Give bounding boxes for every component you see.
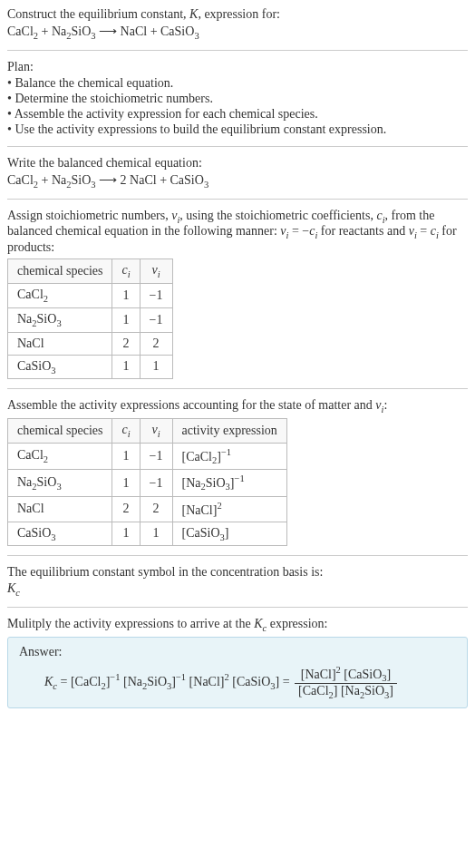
arrow: ⟶ <box>96 24 121 38</box>
kc-k: K <box>254 617 262 630</box>
cell-species: CaCl2 <box>8 283 112 307</box>
table-row: Na2SiO3 1 −1 <box>8 307 173 332</box>
plan-section: Plan: • Balance the chemical equation. •… <box>7 60 468 137</box>
kc-k: K <box>7 581 15 595</box>
cell-nu: −1 <box>140 443 172 469</box>
species-nacl: NaCl <box>130 173 157 187</box>
table-header-row: chemical species ci νi <box>8 259 173 284</box>
table-row: CaSiO3 1 1 [CaSiO3] <box>8 522 287 546</box>
cell-species: CaCl2 <box>8 443 112 469</box>
cell-activity: [CaCl2]−1 <box>172 443 286 469</box>
activity-text: Assemble the activity expressions accoun… <box>7 398 468 414</box>
species-na2sio3-b: SiO <box>72 24 92 38</box>
divider <box>7 607 468 608</box>
eqconst-text: The equilibrium constant symbol in the c… <box>7 565 468 580</box>
col-nu: νi <box>140 419 172 444</box>
cell-activity: [CaSiO3] <box>172 522 286 546</box>
answer-expression: Kc = [CaCl2]−1 [Na2SiO3]−1 [NaCl]2 [CaSi… <box>19 665 456 700</box>
plan-item: • Determine the stoichiometric numbers. <box>7 92 468 106</box>
eq2: = <box>279 675 293 688</box>
coef-nacl: 2 <box>121 173 131 187</box>
denominator: [CaCl2] [Na2SiO3] <box>295 684 397 700</box>
cell-nu: −1 <box>140 307 172 332</box>
cell-nu: −1 <box>140 470 172 496</box>
cell-species: CaSiO3 <box>8 522 112 546</box>
plan-item: • Balance the chemical equation. <box>7 76 468 91</box>
activity-text-a: Assemble the activity expressions accoun… <box>7 398 375 412</box>
cell-c: 1 <box>112 470 140 496</box>
table-row: CaCl2 1 −1 [CaCl2]−1 <box>8 443 287 469</box>
cell-activity: [NaCl]2 <box>172 496 286 522</box>
cell-species: Na2SiO3 <box>8 307 112 332</box>
cell-c: 1 <box>112 522 140 546</box>
multiply-text-b: expression: <box>267 617 327 630</box>
species-casio3-sub: 3 <box>194 31 199 41</box>
species-na2sio3-a: Na <box>52 173 66 187</box>
cell-nu: 2 <box>140 496 172 522</box>
col-species: chemical species <box>8 419 112 444</box>
cell-species: CaSiO3 <box>8 355 112 379</box>
unbalanced-equation: CaCl2 + Na2SiO3 ⟶ NaCl + CaSiO3 <box>7 24 468 41</box>
cell-nu: 1 <box>140 355 172 379</box>
stoich-text-d: for reactants and <box>317 224 408 238</box>
cell-c: 1 <box>112 355 140 379</box>
balanced-title: Write the balanced chemical equation: <box>7 156 468 171</box>
activity-text-b: : <box>383 398 387 412</box>
plus-1: + <box>38 173 52 187</box>
answer-box: Answer: Kc = [CaCl2]−1 [Na2SiO3]−1 [NaCl… <box>7 637 468 708</box>
species-casio3-sub: 3 <box>204 180 208 190</box>
species-casio3-a: CaSiO <box>170 173 204 187</box>
stoich-text-a: Assign stoichiometric numbers, <box>7 209 171 222</box>
cell-nu: 2 <box>140 332 172 355</box>
eqconst-section: The equilibrium constant symbol in the c… <box>7 565 468 598</box>
col-ci: ci <box>112 259 140 284</box>
cell-activity: [Na2SiO3]−1 <box>172 470 286 496</box>
balanced-section: Write the balanced chemical equation: Ca… <box>7 156 468 190</box>
divider <box>7 199 468 200</box>
table-row: CaCl2 1 −1 <box>8 283 173 307</box>
stoich-table: chemical species ci νi CaCl2 1 −1 Na2SiO… <box>7 258 173 379</box>
kc-k: K <box>44 675 53 688</box>
cell-c: 1 <box>112 443 140 469</box>
col-species: chemical species <box>8 259 112 284</box>
cell-c: 1 <box>112 283 140 307</box>
divider <box>7 388 468 389</box>
species-na2sio3-b: SiO <box>72 173 92 187</box>
activity-section: Assemble the activity expressions accoun… <box>7 398 468 546</box>
title-prefix: Construct the equilibrium constant, <box>7 7 189 21</box>
stoich-text-b: , using the stoichiometric coefficients, <box>179 209 376 222</box>
cell-nu: −1 <box>140 283 172 307</box>
table-row: Na2SiO3 1 −1 [Na2SiO3]−1 <box>8 470 287 496</box>
species-cacl2-a: CaCl <box>7 173 34 187</box>
cell-c: 2 <box>112 332 140 355</box>
cell-c: 1 <box>112 307 140 332</box>
table-header-row: chemical species ci νi activity expressi… <box>8 419 287 444</box>
kc-c: c <box>15 588 20 598</box>
species-na2sio3-a: Na <box>52 24 66 38</box>
col-ci: ci <box>112 419 140 444</box>
table-row: NaCl 2 2 [NaCl]2 <box>8 496 287 522</box>
answer-label: Answer: <box>19 645 456 659</box>
multiply-text: Mulitply the activity expressions to arr… <box>7 617 468 633</box>
cell-species: NaCl <box>8 496 112 522</box>
cell-species: Na2SiO3 <box>8 470 112 496</box>
title-line: Construct the equilibrium constant, K, e… <box>7 7 468 22</box>
plan-list: • Balance the chemical equation. • Deter… <box>7 76 468 137</box>
plus-1: + <box>38 24 52 38</box>
numerator: [NaCl]2 [CaSiO3] <box>295 665 397 684</box>
header-section: Construct the equilibrium constant, K, e… <box>7 7 468 41</box>
cell-c: 2 <box>112 496 140 522</box>
plan-item: • Use the activity expressions to build … <box>7 122 468 137</box>
species-nacl: NaCl <box>121 24 148 38</box>
plan-title: Plan: <box>7 60 468 74</box>
plan-item: • Assemble the activity expression for e… <box>7 107 468 122</box>
multiply-text-a: Mulitply the activity expressions to arr… <box>7 617 254 630</box>
divider <box>7 50 468 51</box>
title-var: K <box>189 7 198 21</box>
divider <box>7 146 468 147</box>
activity-table: chemical species ci νi activity expressi… <box>7 418 287 546</box>
multiply-section: Mulitply the activity expressions to arr… <box>7 617 468 633</box>
stoich-section: Assign stoichiometric numbers, νi, using… <box>7 209 468 380</box>
species-casio3-a: CaSiO <box>160 24 194 38</box>
species-cacl2-a: CaCl <box>7 24 34 38</box>
